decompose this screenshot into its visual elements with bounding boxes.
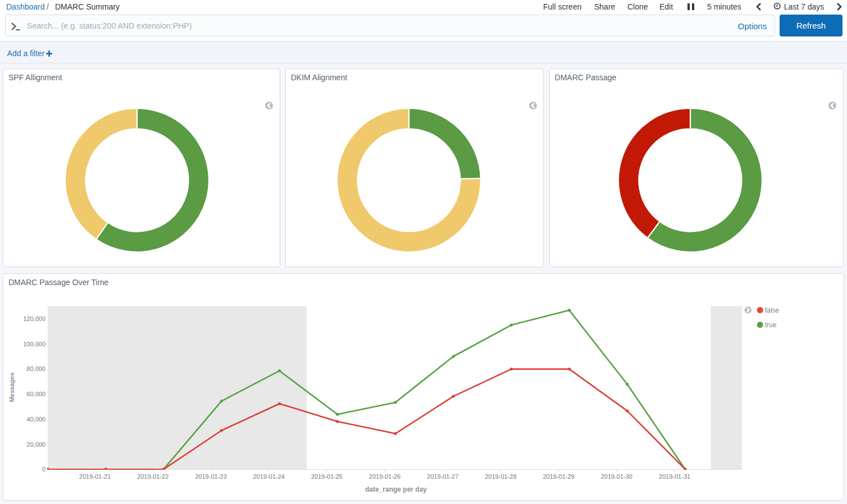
svg-text:date_range per day: date_range per day: [365, 485, 427, 493]
svg-text:60,000: 60,000: [26, 391, 45, 397]
svg-text:2019-01-25: 2019-01-25: [311, 473, 343, 480]
svg-text:2019-01-21: 2019-01-21: [79, 473, 111, 480]
svg-text:2019-01-23: 2019-01-23: [195, 473, 226, 480]
svg-text:false: false: [765, 306, 780, 314]
svg-text:2019-01-26: 2019-01-26: [369, 473, 400, 480]
svg-text:0: 0: [42, 466, 45, 473]
svg-text:20,000: 20,000: [26, 441, 45, 447]
svg-text:2019-01-28: 2019-01-28: [485, 473, 516, 480]
svg-text:100,000: 100,000: [23, 340, 45, 347]
svg-text:2019-01-29: 2019-01-29: [543, 473, 574, 480]
svg-text:2019-01-27: 2019-01-27: [427, 473, 458, 480]
svg-text:120,000: 120,000: [23, 315, 45, 322]
svg-text:Messages: Messages: [8, 372, 15, 402]
svg-text:2019-01-24: 2019-01-24: [253, 473, 284, 480]
svg-text:2019-01-30: 2019-01-30: [601, 473, 632, 480]
svg-text:true: true: [765, 320, 777, 328]
svg-text:2019-01-22: 2019-01-22: [137, 473, 169, 480]
svg-text:2019-01-31: 2019-01-31: [659, 473, 690, 480]
svg-text:40,000: 40,000: [26, 415, 45, 422]
svg-text:80,000: 80,000: [26, 365, 45, 372]
